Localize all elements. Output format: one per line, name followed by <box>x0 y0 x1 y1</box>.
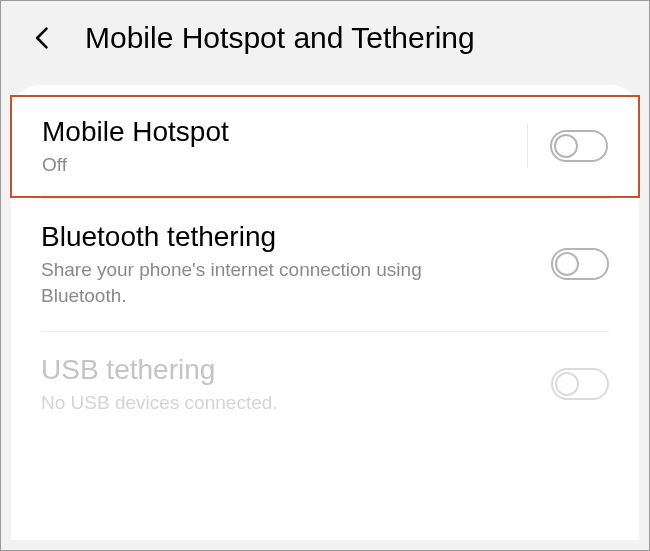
toggle-bluetooth-tethering[interactable] <box>551 248 609 280</box>
toggle-knob <box>554 134 578 158</box>
toggle-knob <box>555 372 579 396</box>
toggle-knob <box>555 252 579 276</box>
setting-title: Bluetooth tethering <box>41 219 551 255</box>
setting-bluetooth-tethering[interactable]: Bluetooth tethering Share your phone's i… <box>11 199 639 331</box>
back-icon[interactable] <box>29 24 57 52</box>
toggle-wrap <box>551 368 609 400</box>
page-title: Mobile Hotspot and Tethering <box>85 21 475 55</box>
setting-text: USB tethering No USB devices connected. <box>41 352 551 416</box>
setting-usb-tethering: USB tethering No USB devices connected. <box>11 332 639 438</box>
setting-subtitle: Share your phone's internet connection u… <box>41 257 441 308</box>
toggle-usb-tethering <box>551 368 609 400</box>
setting-subtitle: Off <box>42 152 442 178</box>
setting-title: USB tethering <box>41 352 551 388</box>
divider-vertical <box>527 124 528 168</box>
toggle-wrap <box>551 248 609 280</box>
setting-subtitle: No USB devices connected. <box>41 390 441 416</box>
toggle-wrap <box>527 124 608 168</box>
setting-title: Mobile Hotspot <box>42 114 527 150</box>
toggle-mobile-hotspot[interactable] <box>550 130 608 162</box>
setting-mobile-hotspot[interactable]: Mobile Hotspot Off <box>10 95 640 198</box>
setting-text: Mobile Hotspot Off <box>42 114 527 178</box>
setting-text: Bluetooth tethering Share your phone's i… <box>41 219 551 309</box>
settings-card: Mobile Hotspot Off Bluetooth tethering S… <box>11 85 639 540</box>
header: Mobile Hotspot and Tethering <box>1 1 649 85</box>
